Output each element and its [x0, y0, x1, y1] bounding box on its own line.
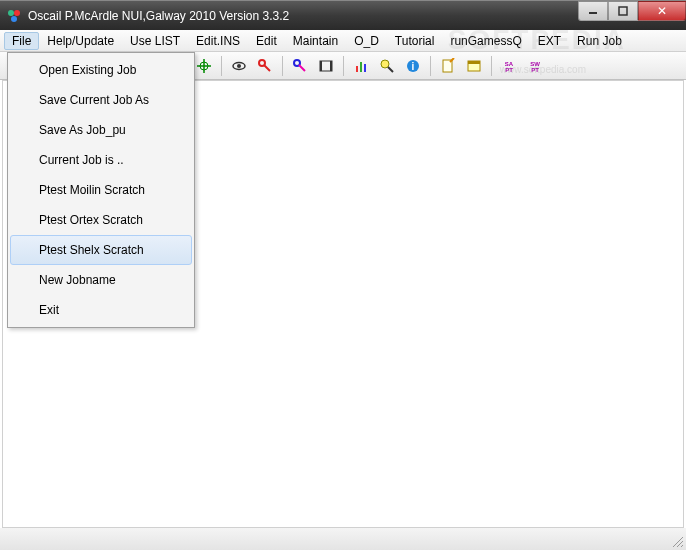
menu-help-update[interactable]: Help/Update	[39, 32, 122, 50]
magnify-icon[interactable]	[375, 55, 399, 77]
file-exit[interactable]: Exit	[10, 295, 192, 325]
file-save-as[interactable]: Save Current Job As	[10, 85, 192, 115]
svg-rect-27	[468, 61, 480, 64]
chart-icon[interactable]	[349, 55, 373, 77]
svg-line-34	[681, 545, 683, 547]
statusbar	[0, 528, 686, 550]
app-icon	[6, 8, 22, 24]
svg-line-13	[299, 65, 305, 71]
key-red-icon[interactable]	[253, 55, 277, 77]
svg-rect-16	[330, 61, 332, 71]
svg-line-25	[450, 58, 454, 62]
svg-line-11	[264, 65, 270, 71]
window-icon[interactable]	[462, 55, 486, 77]
svg-text:PT: PT	[531, 67, 539, 73]
eye-icon[interactable]	[227, 55, 251, 77]
svg-text:i: i	[412, 61, 415, 72]
menu-run-job[interactable]: Run Job	[569, 32, 630, 50]
file-ptest-moilin[interactable]: Ptest Moilin Scratch	[10, 175, 192, 205]
film-icon[interactable]	[314, 55, 338, 77]
file-ptest-ortex[interactable]: Ptest Ortex Scratch	[10, 205, 192, 235]
file-new-jobname[interactable]: New Jobname	[10, 265, 192, 295]
crosshair-icon[interactable]	[192, 55, 216, 77]
menu-tutorial[interactable]: Tutorial	[387, 32, 443, 50]
menu-maintain[interactable]: Maintain	[285, 32, 346, 50]
file-ptest-shelx[interactable]: Ptest Shelx Scratch	[10, 235, 192, 265]
svg-rect-3	[589, 12, 597, 14]
file-current-job[interactable]: Current Job is ..	[10, 145, 192, 175]
menu-edit[interactable]: Edit	[248, 32, 285, 50]
menubar: File Help/Update Use LIST Edit.INS Edit …	[0, 30, 686, 52]
menu-file[interactable]: File	[4, 32, 39, 50]
key-blue-icon[interactable]	[288, 55, 312, 77]
file-dropdown: Open Existing Job Save Current Job As Sa…	[7, 52, 195, 328]
swpt-icon[interactable]: SWPT	[523, 55, 547, 77]
svg-rect-18	[360, 62, 362, 72]
close-button[interactable]: ✕	[638, 1, 686, 21]
svg-point-0	[8, 10, 14, 16]
svg-rect-4	[619, 7, 627, 15]
maximize-button[interactable]	[608, 1, 638, 21]
svg-rect-19	[364, 64, 366, 72]
menu-rungamessq[interactable]: runGamessQ	[442, 32, 529, 50]
menu-ext[interactable]: EXT	[530, 32, 569, 50]
svg-line-21	[388, 67, 393, 72]
minimize-button[interactable]	[578, 1, 608, 21]
sapt-a-icon[interactable]: SAPT	[497, 55, 521, 77]
menu-edit-ins[interactable]: Edit.INS	[188, 32, 248, 50]
svg-point-20	[381, 60, 389, 68]
menu-od[interactable]: O_D	[346, 32, 387, 50]
window-title: Oscail P.McArdle NUI,Galway 2010 Version…	[28, 9, 289, 23]
info-icon[interactable]: i	[401, 55, 425, 77]
window-controls: ✕	[578, 1, 686, 21]
menu-use-list[interactable]: Use LIST	[122, 32, 188, 50]
edit-doc-icon[interactable]	[436, 55, 460, 77]
resize-grip[interactable]	[670, 534, 684, 548]
svg-point-2	[11, 16, 17, 22]
file-save-job-pu[interactable]: Save As Job_pu	[10, 115, 192, 145]
svg-point-1	[14, 10, 20, 16]
file-open-existing[interactable]: Open Existing Job	[10, 55, 192, 85]
svg-rect-15	[320, 61, 322, 71]
titlebar: Oscail P.McArdle NUI,Galway 2010 Version…	[0, 0, 686, 30]
svg-rect-17	[356, 66, 358, 72]
svg-point-9	[237, 64, 241, 68]
svg-text:PT: PT	[505, 67, 513, 73]
